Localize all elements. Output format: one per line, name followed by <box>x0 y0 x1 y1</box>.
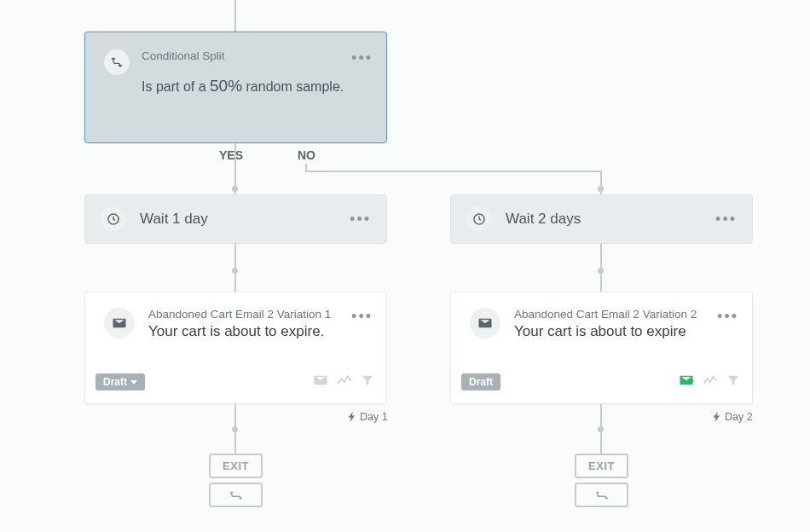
analytics-icon[interactable] <box>337 374 352 390</box>
exit-button-right[interactable]: EXIT <box>575 454 628 478</box>
no-label: NO <box>298 148 315 162</box>
connector-node <box>232 426 238 432</box>
connector <box>234 0 236 32</box>
email-name: Abandoned Cart Email 2 Variation 2 <box>514 308 697 321</box>
status-badge[interactable]: Draft <box>461 373 500 390</box>
smart-send-icon[interactable] <box>679 373 694 391</box>
branch-icon <box>229 489 243 501</box>
connector-node <box>232 268 238 274</box>
lightning-icon <box>348 412 356 422</box>
yes-label: YES <box>219 148 243 162</box>
email-subject: Your cart is about to expire <box>514 323 697 340</box>
branch-icon <box>595 489 609 501</box>
day-label-right: Day 2 <box>713 411 753 423</box>
split-icon <box>104 49 130 75</box>
split-condition: Is part of a 50% random sample. <box>142 77 367 95</box>
filter-icon[interactable] <box>361 373 374 390</box>
email-icon <box>470 308 500 338</box>
clock-icon <box>466 206 492 232</box>
email-card-right[interactable]: Abandoned Cart Email 2 Variation 2 Your … <box>450 292 753 404</box>
status-badge[interactable]: Draft <box>95 373 145 390</box>
wait-left-more-menu[interactable]: ••• <box>350 211 371 228</box>
email-icon <box>104 308 135 338</box>
add-branch-button-left[interactable] <box>209 483 263 507</box>
lightning-icon <box>713 412 721 422</box>
wait-label: Wait 2 days <box>506 211 581 228</box>
email-left-more-menu[interactable]: ••• <box>351 308 373 326</box>
email-subject: Your cart is about to expire. <box>148 323 331 340</box>
smart-send-icon[interactable] <box>313 373 328 391</box>
wait-card-right[interactable]: Wait 2 days ••• <box>450 194 753 244</box>
exit-button-left[interactable]: EXIT <box>209 454 263 478</box>
flow-canvas[interactable]: Conditional Split Is part of a 50% rando… <box>0 0 810 532</box>
email-card-left[interactable]: Abandoned Cart Email 2 Variation 1 Your … <box>84 292 387 404</box>
wait-card-left[interactable]: Wait 1 day ••• <box>84 194 387 244</box>
connector-node <box>598 186 604 192</box>
conditional-split-card[interactable]: Conditional Split Is part of a 50% rando… <box>84 32 387 143</box>
split-more-menu[interactable]: ••• <box>351 49 373 67</box>
analytics-icon[interactable] <box>703 374 718 390</box>
connector-node <box>598 268 604 274</box>
day-label-left: Day 1 <box>348 411 388 423</box>
split-title: Conditional Split <box>142 49 225 62</box>
connector-node <box>598 426 604 432</box>
email-right-more-menu[interactable]: ••• <box>717 308 738 326</box>
filter-icon[interactable] <box>726 373 740 390</box>
email-name: Abandoned Cart Email 2 Variation 1 <box>148 308 331 321</box>
wait-label: Wait 1 day <box>140 211 208 228</box>
wait-right-more-menu[interactable]: ••• <box>715 211 737 228</box>
connector-node <box>232 186 238 192</box>
clock-icon <box>101 206 126 232</box>
add-branch-button-right[interactable] <box>575 483 628 507</box>
connector <box>305 171 602 172</box>
